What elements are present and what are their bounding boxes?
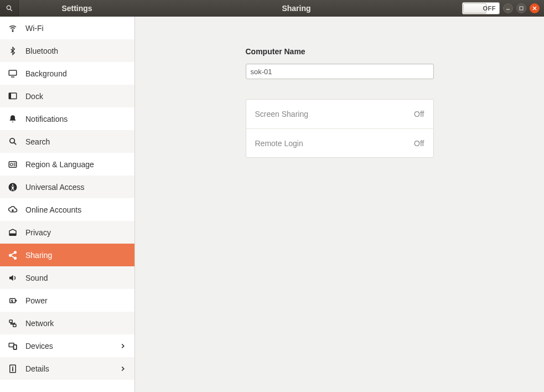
row-status: Off: [414, 110, 424, 118]
sidebar: Wi-Fi Bluetooth Background Dock Notifica: [0, 17, 135, 392]
sidebar-item-label: Online Accounts: [25, 205, 81, 214]
svg-point-0: [7, 6, 11, 9]
sidebar-item-label: Sharing: [25, 251, 52, 260]
window-minimize-button[interactable]: [503, 3, 513, 13]
row-screen-sharing[interactable]: Screen Sharing Off: [246, 100, 433, 128]
sidebar-item-label: Notifications: [25, 115, 68, 123]
sidebar-item-label: Bluetooth: [25, 47, 58, 55]
sidebar-item-label: Privacy: [25, 228, 51, 237]
sidebar-item-devices[interactable]: Devices: [0, 334, 134, 357]
svg-line-1: [10, 9, 12, 11]
accessibility-icon: [8, 182, 18, 192]
svg-line-27: [11, 255, 14, 257]
search-button[interactable]: [0, 0, 19, 17]
maximize-icon: [519, 6, 524, 11]
globe-icon: [8, 159, 18, 169]
computer-name-input[interactable]: [246, 64, 434, 79]
sharing-options-list: Screen Sharing Off Remote Login Off: [246, 99, 434, 158]
devices-icon: [8, 341, 18, 351]
titlebar: Settings Sharing OFF: [0, 0, 544, 17]
sidebar-item-online[interactable]: Online Accounts: [0, 198, 134, 221]
sidebar-item-label: Region & Language: [25, 160, 94, 169]
svg-point-20: [12, 209, 13, 210]
window-controls: OFF: [458, 2, 544, 14]
svg-line-26: [11, 252, 14, 255]
sidebar-item-details[interactable]: Details: [0, 357, 134, 380]
power-icon: [8, 296, 18, 306]
svg-rect-30: [9, 320, 12, 323]
chevron-right-icon: [119, 365, 127, 373]
svg-rect-33: [14, 344, 17, 349]
sidebar-item-privacy[interactable]: Privacy: [0, 221, 134, 244]
row-status: Off: [414, 139, 424, 148]
svg-point-14: [11, 163, 13, 166]
dock-icon: [8, 91, 18, 101]
details-icon: [8, 364, 18, 374]
wifi-icon: [8, 23, 18, 33]
cloud-key-icon: [8, 205, 18, 215]
sidebar-item-label: Power: [25, 296, 48, 305]
row-remote-login[interactable]: Remote Login Off: [246, 128, 433, 157]
computer-name-section: Computer Name: [246, 47, 434, 79]
bell-icon: [8, 114, 18, 124]
search-icon: [8, 137, 18, 147]
window-close-button[interactable]: [530, 3, 540, 13]
sharing-master-toggle[interactable]: OFF: [462, 2, 500, 14]
toggle-state-label: OFF: [483, 5, 496, 12]
sidebar-item-bluetooth[interactable]: Bluetooth: [0, 39, 134, 62]
row-label: Remote Login: [255, 139, 303, 148]
sidebar-item-wifi[interactable]: Wi-Fi: [0, 17, 134, 39]
sidebar-item-power[interactable]: Power: [0, 289, 134, 312]
content-pane: Computer Name Screen Sharing Off Remote …: [135, 17, 544, 392]
svg-rect-10: [9, 93, 11, 99]
main-area: Wi-Fi Bluetooth Background Dock Notifica: [0, 17, 544, 392]
sidebar-item-label: Universal Access: [25, 183, 85, 192]
sidebar-item-dock[interactable]: Dock: [0, 85, 134, 107]
search-icon: [6, 4, 13, 12]
sidebar-item-label: Search: [25, 137, 50, 146]
sidebar-item-label: Dock: [25, 92, 43, 101]
svg-rect-22: [9, 233, 16, 236]
sidebar-item-region[interactable]: Region & Language: [0, 153, 134, 176]
sidebar-item-notifications[interactable]: Notifications: [0, 107, 134, 130]
bluetooth-icon: [8, 46, 18, 56]
svg-line-12: [14, 142, 16, 145]
app-title: Settings: [19, 4, 135, 13]
svg-rect-3: [520, 7, 523, 10]
sidebar-item-universal[interactable]: Universal Access: [0, 176, 134, 198]
svg-point-11: [9, 138, 14, 143]
sidebar-item-label: Background: [25, 69, 67, 78]
sidebar-item-network[interactable]: Network: [0, 312, 134, 334]
svg-point-19: [12, 184, 13, 185]
computer-name-label: Computer Name: [246, 47, 434, 56]
privacy-icon: [8, 228, 18, 238]
sidebar-item-search[interactable]: Search: [0, 130, 134, 153]
sidebar-item-label: Sound: [25, 274, 48, 282]
page-title: Sharing: [135, 4, 458, 13]
sidebar-item-sound[interactable]: Sound: [0, 266, 134, 289]
chevron-right-icon: [119, 342, 127, 350]
sidebar-item-label: Network: [25, 319, 54, 328]
sidebar-item-label: Devices: [25, 342, 53, 350]
svg-point-6: [12, 30, 13, 32]
sidebar-item-sharing[interactable]: Sharing: [0, 244, 134, 266]
minimize-icon: [505, 6, 511, 11]
sidebar-item-background[interactable]: Background: [0, 62, 134, 85]
svg-rect-7: [9, 70, 17, 75]
window-maximize-button[interactable]: [516, 3, 526, 13]
share-icon: [8, 250, 18, 260]
sidebar-item-label: Details: [25, 364, 49, 373]
close-icon: [532, 6, 537, 11]
sidebar-item-label: Wi-Fi: [25, 24, 44, 33]
row-label: Screen Sharing: [255, 110, 309, 118]
display-icon: [8, 69, 18, 79]
network-icon: [8, 318, 18, 328]
sound-icon: [8, 273, 18, 283]
